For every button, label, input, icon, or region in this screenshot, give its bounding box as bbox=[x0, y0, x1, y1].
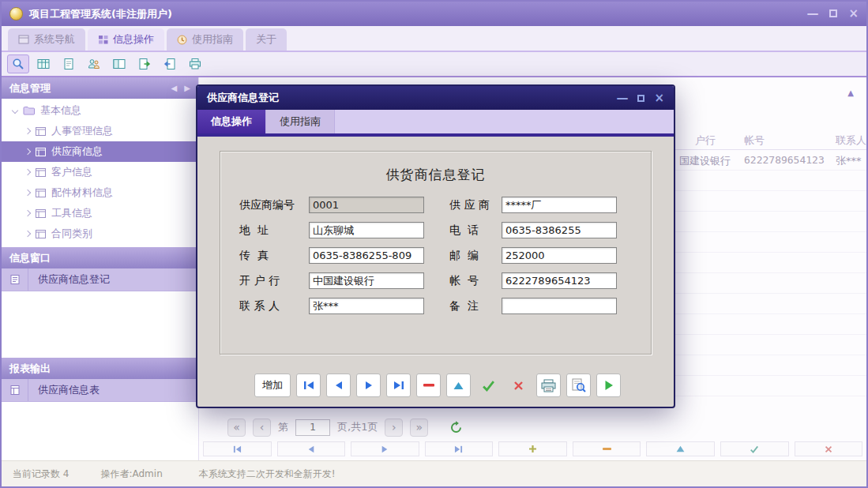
page-last-button[interactable]: » bbox=[410, 419, 428, 437]
personnel-button[interactable] bbox=[83, 54, 105, 73]
first-record-icon bbox=[233, 445, 242, 453]
dialog-tab-info-operations[interactable]: 信息操作 bbox=[197, 110, 266, 133]
sidebar-panel-info-management: 信息管理 ◀ ▶ bbox=[2, 77, 198, 99]
column-header-account: 帐号 bbox=[744, 133, 765, 148]
tree-item-personnel-info[interactable]: 人事管理信息 bbox=[2, 121, 198, 141]
page-number-input[interactable] bbox=[295, 419, 330, 436]
report-item-supplier-table[interactable]: 供应商信息表 bbox=[2, 379, 198, 402]
fax-input[interactable] bbox=[309, 247, 424, 264]
phone-input[interactable] bbox=[502, 222, 617, 238]
bank-input[interactable] bbox=[309, 272, 424, 289]
remarks-input[interactable] bbox=[502, 298, 617, 314]
tree-item-tool-info[interactable]: 工具信息 bbox=[2, 203, 198, 223]
delete-record-icon bbox=[603, 448, 611, 451]
nav-last-button[interactable] bbox=[425, 441, 494, 456]
refresh-button[interactable] bbox=[449, 421, 463, 434]
contact-input[interactable] bbox=[309, 298, 424, 314]
nav-add-button[interactable] bbox=[498, 441, 567, 456]
maximize-icon bbox=[829, 9, 837, 17]
panel-collapse-up-icon[interactable]: ▲ bbox=[847, 88, 854, 97]
postal-code-input[interactable] bbox=[502, 247, 617, 264]
preview-button[interactable] bbox=[566, 374, 591, 397]
tab-about[interactable]: 关于 bbox=[246, 28, 287, 51]
dialog-minimize-button[interactable]: — bbox=[616, 92, 628, 104]
move-up-icon bbox=[676, 445, 685, 452]
export-document-icon bbox=[138, 58, 151, 70]
dialog-close-button[interactable]: × bbox=[654, 92, 664, 104]
next-record-icon bbox=[381, 445, 389, 453]
nav-cancel-button[interactable] bbox=[795, 441, 863, 456]
execute-button[interactable] bbox=[596, 374, 621, 397]
maximize-button[interactable] bbox=[829, 8, 837, 20]
info-window-item-supplier-registration[interactable]: 供应商信息登记 bbox=[2, 268, 198, 291]
table-view-button[interactable] bbox=[32, 54, 54, 73]
preview-icon bbox=[571, 378, 586, 392]
page-prev-button[interactable]: ‹ bbox=[253, 419, 271, 437]
app-window: 项目工程管理系统(非注册用户) — × 系统导航 信息操作 使用指南 关于 bbox=[0, 0, 868, 488]
tree-item-customer-info[interactable]: 客户信息 bbox=[2, 162, 198, 182]
previous-record-button[interactable] bbox=[326, 374, 351, 397]
tree-item-label: 客户信息 bbox=[51, 165, 92, 179]
toolbar bbox=[2, 52, 866, 77]
nav-first-button[interactable] bbox=[203, 441, 272, 456]
page-next-button[interactable]: › bbox=[385, 419, 403, 437]
tree-node-basic-info[interactable]: 基本信息 bbox=[2, 100, 198, 121]
split-view-icon bbox=[113, 58, 126, 70]
supplier-name-input[interactable] bbox=[502, 197, 617, 213]
panel-title: 信息窗口 bbox=[9, 251, 51, 265]
tab-system-nav[interactable]: 系统导航 bbox=[8, 28, 85, 51]
split-view-button[interactable] bbox=[108, 54, 130, 73]
cancel-button[interactable] bbox=[506, 374, 531, 397]
export-document-button[interactable] bbox=[133, 54, 156, 73]
panel-collapse-right-icon[interactable]: ▶ bbox=[184, 84, 190, 92]
next-record-button[interactable] bbox=[356, 374, 381, 397]
dialog-tab-user-guide[interactable]: 使用指南 bbox=[266, 110, 335, 133]
nav-confirm-button[interactable] bbox=[720, 441, 789, 456]
close-button[interactable]: × bbox=[848, 8, 859, 20]
window-controls: — × bbox=[806, 8, 859, 20]
dialog-title: 供应商信息登记 bbox=[207, 91, 279, 105]
dialog-body: 供货商信息登记 供应商编号 供 应 商 地 址 电 话 传 真 邮 编 开 户 … bbox=[197, 137, 674, 407]
tree-item-contract-category[interactable]: 合同类别 bbox=[2, 223, 198, 244]
form-icon bbox=[10, 275, 20, 284]
search-button[interactable] bbox=[7, 54, 29, 73]
supplier-form: 供应商编号 供 应 商 地 址 电 话 传 真 邮 编 开 户 行 帐 号 bbox=[239, 197, 651, 314]
nav-prev-button[interactable] bbox=[277, 441, 346, 456]
confirm-icon bbox=[750, 445, 759, 453]
last-record-button[interactable] bbox=[386, 374, 411, 397]
move-up-button[interactable] bbox=[446, 374, 471, 397]
page-prefix-label: 第 bbox=[278, 420, 288, 434]
first-record-button[interactable] bbox=[296, 374, 321, 397]
column-header-bank: 户行 bbox=[695, 133, 716, 148]
grid-icon bbox=[98, 35, 108, 44]
delete-record-button[interactable] bbox=[416, 374, 441, 397]
tab-info-operations[interactable]: 信息操作 bbox=[88, 28, 164, 51]
dialog-maximize-button[interactable] bbox=[637, 92, 644, 104]
confirm-button[interactable] bbox=[476, 374, 501, 397]
nav-delete-button[interactable] bbox=[573, 441, 641, 456]
add-record-icon bbox=[528, 445, 537, 453]
nav-up-button[interactable] bbox=[646, 441, 715, 456]
print-button[interactable] bbox=[536, 374, 561, 397]
minimize-button[interactable]: — bbox=[806, 8, 818, 20]
next-record-icon bbox=[364, 381, 374, 390]
tab-user-guide[interactable]: 使用指南 bbox=[167, 28, 243, 51]
account-input[interactable] bbox=[502, 272, 617, 289]
add-button[interactable]: 增加 bbox=[254, 374, 291, 397]
tree-item-parts-material-info[interactable]: 配件材料信息 bbox=[2, 182, 198, 203]
cancel-icon bbox=[825, 445, 832, 453]
address-input[interactable] bbox=[309, 222, 424, 238]
chevron-right-icon bbox=[24, 128, 31, 134]
panel-collapse-left-icon[interactable]: ◀ bbox=[171, 84, 178, 92]
supplier-no-input[interactable] bbox=[309, 197, 424, 213]
tree-item-supplier-info[interactable]: 供应商信息 bbox=[2, 141, 198, 162]
import-document-button[interactable] bbox=[159, 54, 181, 73]
account-label: 帐 号 bbox=[426, 274, 502, 288]
nav-next-button[interactable] bbox=[351, 441, 419, 456]
page-first-button[interactable]: « bbox=[227, 419, 246, 437]
fax-button[interactable] bbox=[184, 54, 206, 73]
item-label: 供应商信息表 bbox=[28, 383, 100, 397]
tab-label: 使用指南 bbox=[192, 32, 233, 47]
record-icon bbox=[36, 230, 46, 238]
new-document-button[interactable] bbox=[58, 54, 80, 73]
